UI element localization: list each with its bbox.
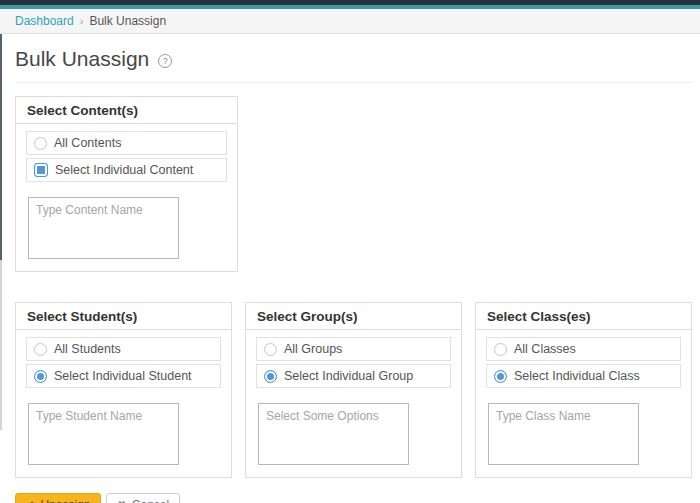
selection-panels-row: Select Student(s) All Students Select In…	[15, 302, 692, 478]
select-contents-body: All Contents Select Individual Content	[16, 124, 237, 271]
select-groups-panel: Select Group(s) All Groups Select Indivi…	[245, 302, 462, 478]
unassign-button-label: Unassign	[40, 498, 90, 503]
option-label: All Classes	[514, 342, 576, 356]
cancel-button[interactable]: ✖ Cancel	[106, 493, 180, 503]
unassign-button[interactable]: ✔ Unassign	[15, 493, 101, 503]
option-select-individual-student[interactable]: Select Individual Student	[26, 364, 221, 388]
option-all-groups[interactable]: All Groups	[256, 337, 451, 361]
option-all-students[interactable]: All Students	[26, 337, 221, 361]
class-name-input[interactable]	[488, 403, 639, 465]
option-label: Select Individual Class	[514, 369, 640, 383]
select-contents-panel: Select Content(s) All Contents Select In…	[15, 96, 238, 272]
main-content: Bulk Unassign ? Select Content(s) All Co…	[0, 47, 700, 503]
page-title: Bulk Unassign	[15, 47, 149, 71]
breadcrumb-current: Bulk Unassign	[89, 14, 166, 28]
select-individual-student-radio[interactable]	[34, 370, 47, 383]
all-classes-radio[interactable]	[494, 343, 507, 356]
content-name-input[interactable]	[28, 197, 179, 259]
student-name-input[interactable]	[28, 403, 179, 465]
select-individual-class-radio[interactable]	[494, 370, 507, 383]
option-label: Select Individual Student	[54, 369, 192, 383]
option-select-individual-class[interactable]: Select Individual Class	[486, 364, 681, 388]
breadcrumb-separator-icon: ›	[80, 15, 84, 27]
select-students-title: Select Student(s)	[16, 303, 231, 330]
option-select-individual-group[interactable]: Select Individual Group	[256, 364, 451, 388]
x-icon: ✖	[117, 500, 125, 503]
select-students-panel: Select Student(s) All Students Select In…	[15, 302, 232, 478]
title-row: Bulk Unassign ?	[15, 47, 692, 71]
option-select-individual-content[interactable]: Select Individual Content	[26, 158, 227, 182]
cancel-button-label: Cancel	[132, 498, 169, 503]
select-individual-group-radio[interactable]	[264, 370, 277, 383]
breadcrumb: Dashboard › Bulk Unassign	[0, 9, 700, 34]
option-label: All Students	[54, 342, 121, 356]
select-classes-panel: Select Class(es) All Classes Select Indi…	[475, 302, 692, 478]
select-individual-content-radio[interactable]	[34, 163, 48, 177]
group-options-input[interactable]	[258, 403, 409, 465]
select-students-body: All Students Select Individual Student	[16, 330, 231, 477]
all-contents-radio[interactable]	[34, 137, 47, 150]
action-buttons-row: ✔ Unassign ✖ Cancel	[15, 493, 692, 503]
option-label: All Groups	[284, 342, 342, 356]
help-icon[interactable]: ?	[158, 54, 172, 68]
select-classes-title: Select Class(es)	[476, 303, 691, 330]
select-contents-title: Select Content(s)	[16, 97, 237, 124]
option-label: Select Individual Group	[284, 369, 413, 383]
option-label: Select Individual Content	[55, 163, 193, 177]
option-all-contents[interactable]: All Contents	[26, 131, 227, 155]
all-groups-radio[interactable]	[264, 343, 277, 356]
select-groups-body: All Groups Select Individual Group	[246, 330, 461, 477]
check-icon: ✔	[26, 500, 34, 503]
title-divider	[15, 82, 692, 83]
select-groups-title: Select Group(s)	[246, 303, 461, 330]
all-students-radio[interactable]	[34, 343, 47, 356]
option-label: All Contents	[54, 136, 121, 150]
select-classes-body: All Classes Select Individual Class	[476, 330, 691, 477]
breadcrumb-link-dashboard[interactable]: Dashboard	[15, 14, 74, 28]
option-all-classes[interactable]: All Classes	[486, 337, 681, 361]
